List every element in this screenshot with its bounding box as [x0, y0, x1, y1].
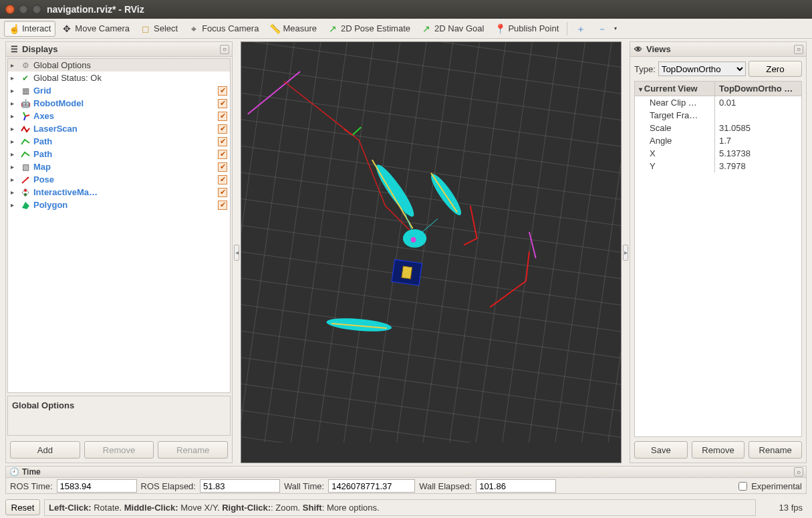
display-tree-item[interactable]: ▸Axes✔	[8, 110, 230, 122]
wall-elapsed-field[interactable]	[476, 479, 556, 493]
axes-icon	[20, 111, 31, 122]
displays-panel-header[interactable]: ☰ Displays ○	[6, 42, 232, 57]
remove-view-button[interactable]: Remove	[692, 441, 745, 459]
measure-tool-button[interactable]: 📏 Measure	[265, 21, 321, 37]
view-prop-value[interactable]: 0.01	[715, 96, 801, 109]
display-visibility-checkbox[interactable]: ✔	[218, 137, 227, 146]
view-property-row[interactable]: X5.13738	[635, 147, 801, 160]
display-tree-item[interactable]: ▸Pose✔	[8, 173, 230, 186]
expand-arrow-icon[interactable]: ▸	[11, 61, 17, 69]
move-camera-tool-button[interactable]: ✥ Move Camera	[57, 21, 134, 37]
expand-arrow-icon[interactable]: ▸	[11, 201, 17, 209]
add-tool-button[interactable]: ＋	[571, 21, 591, 37]
view-property-row[interactable]: Near Clip …0.01	[635, 96, 801, 109]
display-tree-item[interactable]: ▸▧Map✔	[8, 160, 230, 173]
display-tree-item[interactable]: ▸🤖RobotModel✔	[8, 97, 230, 110]
scene-container	[241, 41, 622, 463]
property-title: Global Options	[12, 400, 74, 410]
pose-estimate-tool-button[interactable]: ↗ 2D Pose Estimate	[323, 21, 415, 37]
view-properties-table[interactable]: ▾ Current View TopDownOrtho … Near Clip …	[634, 81, 802, 437]
views-button-row: Save Remove Rename	[630, 437, 806, 463]
window-titlebar: navigation.rviz* - RViz	[0, 0, 812, 19]
display-item-label: InteractiveMa…	[33, 187, 215, 197]
measure-icon: 📏	[269, 23, 280, 34]
view-prop-value[interactable]: 31.0585	[715, 122, 801, 134]
view-property-row[interactable]: Target Fra…	[635, 109, 801, 122]
display-tree-item[interactable]: ▸✔Global Status: Ok	[8, 72, 230, 84]
expand-arrow-icon[interactable]: ▸	[11, 138, 17, 145]
expand-arrow-icon[interactable]: ▸	[11, 176, 17, 183]
views-panel-header[interactable]: 👁 Views ○	[630, 42, 806, 57]
expand-arrow-icon[interactable]: ▸	[11, 125, 17, 132]
experimental-checkbox[interactable]	[738, 482, 747, 491]
display-tree-item[interactable]: ▸⚙Global Options	[8, 59, 230, 72]
window-maximize-button[interactable]	[32, 5, 41, 14]
select-tool-button[interactable]: ◻ Select	[136, 21, 182, 37]
view-prop-value[interactable]: 5.13738	[715, 147, 801, 160]
expand-arrow-icon[interactable]: ▸	[11, 87, 17, 94]
display-visibility-checkbox[interactable]: ✔	[218, 86, 227, 96]
ros-elapsed-field[interactable]	[200, 479, 280, 493]
display-visibility-checkbox[interactable]: ✔	[218, 124, 227, 134]
toolbar-label: 2D Pose Estimate	[341, 23, 410, 33]
expand-arrow-icon[interactable]: ▸	[11, 150, 17, 158]
property-description: Global Options	[7, 396, 231, 436]
display-visibility-checkbox[interactable]: ✔	[218, 188, 227, 197]
display-visibility-checkbox[interactable]: ✔	[218, 201, 227, 210]
display-visibility-checkbox[interactable]: ✔	[218, 112, 227, 121]
publish-point-icon: 📍	[495, 23, 505, 34]
nav-goal-tool-button[interactable]: ↗ 2D Nav Goal	[416, 21, 489, 37]
display-tree-item[interactable]: ▸LaserScan✔	[8, 122, 230, 135]
view-property-row[interactable]: Y3.7978	[635, 160, 801, 172]
remove-tool-button[interactable]: － ▾	[592, 21, 626, 37]
polygon-icon	[20, 200, 31, 211]
view-prop-value[interactable]: 3.7978	[715, 160, 801, 172]
display-tree-item[interactable]: ▸Polygon✔	[8, 199, 230, 211]
interact-tool-button[interactable]: ☝ Interact	[4, 21, 55, 37]
expand-arrow-icon[interactable]: ▸	[11, 100, 17, 107]
displays-tree[interactable]: ▸⚙Global Options▸✔Global Status: Ok▸▦Gri…	[7, 58, 231, 393]
window-minimize-button[interactable]	[19, 5, 28, 14]
display-tree-item[interactable]: ▸▦Grid✔	[8, 84, 230, 97]
display-visibility-checkbox[interactable]: ✔	[218, 175, 227, 184]
view-property-row[interactable]: Scale31.0585	[635, 122, 801, 134]
display-visibility-checkbox[interactable]: ✔	[218, 99, 227, 108]
svg-line-0	[25, 115, 29, 116]
expand-arrow-icon[interactable]: ▸	[11, 163, 17, 170]
splitter-left[interactable]: ◂	[233, 39, 241, 466]
wall-time-field[interactable]	[328, 479, 415, 493]
time-panel: 🕘 Time ○ ROS Time: ROS Elapsed: Wall Tim…	[5, 466, 807, 494]
display-tree-item[interactable]: ▸InteractiveMa…✔	[8, 186, 230, 199]
expand-arrow-icon[interactable]: ▸	[11, 74, 17, 82]
add-display-button[interactable]: Add	[10, 441, 80, 459]
rename-display-button[interactable]: Rename	[158, 441, 228, 459]
display-tree-item[interactable]: ▸Path✔	[8, 148, 230, 160]
splitter-right[interactable]: ▸	[622, 39, 630, 466]
display-visibility-checkbox[interactable]: ✔	[218, 150, 227, 159]
panel-close-button[interactable]: ○	[220, 45, 229, 54]
ros-time-field[interactable]	[57, 479, 137, 493]
expand-arrow-icon[interactable]: ▸	[11, 188, 17, 196]
zero-button[interactable]: Zero	[749, 61, 802, 77]
view-prop-value[interactable]: 1.7	[715, 134, 801, 147]
view-prop-value[interactable]	[715, 109, 801, 122]
render-3d-view[interactable]	[241, 41, 622, 463]
rename-view-button[interactable]: Rename	[749, 441, 802, 459]
save-view-button[interactable]: Save	[634, 441, 688, 459]
minus-icon: －	[597, 23, 607, 34]
remove-display-button[interactable]: Remove	[84, 441, 154, 459]
panel-close-button[interactable]: ○	[794, 467, 803, 477]
display-visibility-checkbox[interactable]: ✔	[218, 162, 227, 172]
view-type-select[interactable]: TopDownOrtho	[658, 61, 746, 76]
panel-close-button[interactable]: ○	[794, 45, 803, 54]
svg-point-26	[411, 237, 416, 243]
toolbar-label: Move Camera	[75, 23, 130, 33]
reset-button[interactable]: Reset	[5, 499, 40, 515]
time-panel-header[interactable]: 🕘 Time ○	[6, 467, 806, 478]
display-tree-item[interactable]: ▸Path✔	[8, 135, 230, 148]
view-property-row[interactable]: Angle1.7	[635, 134, 801, 147]
expand-arrow-icon[interactable]: ▸	[11, 112, 17, 120]
focus-camera-tool-button[interactable]: ⌖ Focus Camera	[184, 21, 263, 37]
window-close-button[interactable]	[5, 5, 15, 14]
publish-point-tool-button[interactable]: 📍 Publish Point	[490, 21, 563, 37]
